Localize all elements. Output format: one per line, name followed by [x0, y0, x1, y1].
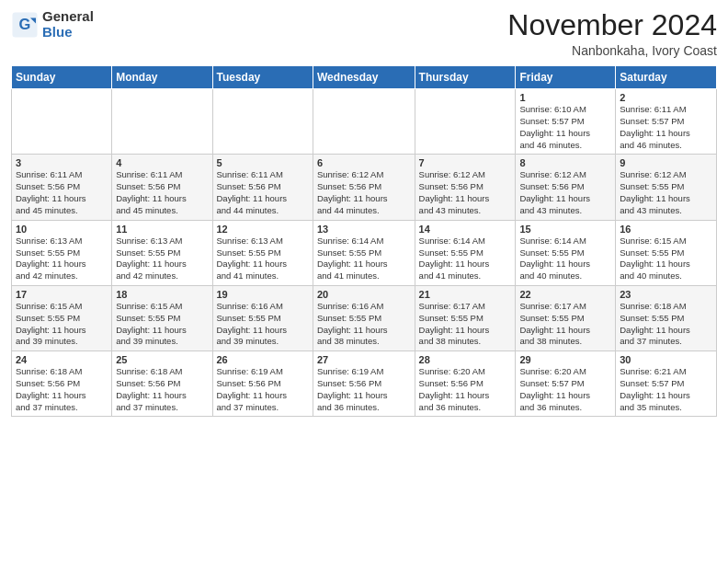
page-header: G General Blue November 2024 Nanbonkaha,…: [11, 9, 717, 58]
day-info: Sunrise: 6:18 AM Sunset: 5:56 PM Dayligh…: [16, 366, 108, 413]
day-number: 28: [419, 354, 512, 365]
svg-text:G: G: [19, 15, 31, 31]
day-info: Sunrise: 6:17 AM Sunset: 5:55 PM Dayligh…: [419, 301, 512, 348]
day-info: Sunrise: 6:12 AM Sunset: 5:55 PM Dayligh…: [620, 169, 712, 216]
day-info: Sunrise: 6:18 AM Sunset: 5:56 PM Dayligh…: [116, 366, 208, 413]
logo-text: General Blue: [42, 9, 94, 40]
calendar-cell: 7Sunrise: 6:12 AM Sunset: 5:56 PM Daylig…: [415, 155, 516, 220]
col-wednesday: Wednesday: [313, 66, 415, 89]
day-info: Sunrise: 6:20 AM Sunset: 5:56 PM Dayligh…: [419, 366, 512, 413]
day-info: Sunrise: 6:17 AM Sunset: 5:55 PM Dayligh…: [519, 301, 611, 348]
day-info: Sunrise: 6:10 AM Sunset: 5:57 PM Dayligh…: [519, 104, 611, 151]
calendar-cell: [415, 89, 516, 155]
calendar-cell: 30Sunrise: 6:21 AM Sunset: 5:57 PM Dayli…: [616, 351, 717, 417]
day-number: 19: [217, 289, 309, 300]
day-info: Sunrise: 6:12 AM Sunset: 5:56 PM Dayligh…: [519, 169, 611, 216]
day-number: 26: [217, 354, 309, 365]
calendar-cell: 27Sunrise: 6:19 AM Sunset: 5:56 PM Dayli…: [313, 351, 415, 417]
day-number: 14: [419, 224, 512, 235]
calendar-cell: 24Sunrise: 6:18 AM Sunset: 5:56 PM Dayli…: [12, 351, 112, 417]
day-number: 20: [317, 289, 411, 300]
day-number: 6: [317, 157, 411, 168]
day-number: 13: [317, 224, 411, 235]
calendar-cell: 15Sunrise: 6:14 AM Sunset: 5:55 PM Dayli…: [516, 220, 616, 285]
day-number: 15: [519, 224, 611, 235]
col-friday: Friday: [516, 66, 616, 89]
week-row-1: 1Sunrise: 6:10 AM Sunset: 5:57 PM Daylig…: [12, 89, 717, 155]
calendar-cell: 22Sunrise: 6:17 AM Sunset: 5:55 PM Dayli…: [516, 285, 616, 350]
col-tuesday: Tuesday: [212, 66, 313, 89]
day-info: Sunrise: 6:14 AM Sunset: 5:55 PM Dayligh…: [317, 236, 411, 282]
logo-icon: G: [11, 11, 39, 39]
week-row-5: 24Sunrise: 6:18 AM Sunset: 5:56 PM Dayli…: [12, 351, 717, 417]
day-info: Sunrise: 6:11 AM Sunset: 5:56 PM Dayligh…: [16, 169, 108, 216]
logo-general: General: [42, 9, 94, 25]
calendar-cell: [12, 89, 112, 155]
calendar-cell: 21Sunrise: 6:17 AM Sunset: 5:55 PM Dayli…: [415, 285, 516, 350]
calendar-cell: 19Sunrise: 6:16 AM Sunset: 5:55 PM Dayli…: [212, 285, 313, 350]
logo: G General Blue: [11, 9, 94, 40]
calendar-cell: 25Sunrise: 6:18 AM Sunset: 5:56 PM Dayli…: [112, 351, 212, 417]
calendar-cell: 18Sunrise: 6:15 AM Sunset: 5:55 PM Dayli…: [112, 285, 212, 350]
location: Nanbonkaha, Ivory Coast: [507, 43, 717, 58]
day-number: 21: [419, 289, 512, 300]
calendar-cell: 20Sunrise: 6:16 AM Sunset: 5:55 PM Dayli…: [313, 285, 415, 350]
calendar-cell: 5Sunrise: 6:11 AM Sunset: 5:56 PM Daylig…: [212, 155, 313, 220]
day-info: Sunrise: 6:14 AM Sunset: 5:55 PM Dayligh…: [519, 236, 611, 282]
day-info: Sunrise: 6:20 AM Sunset: 5:57 PM Dayligh…: [519, 366, 611, 413]
month-year: November 2024: [507, 9, 717, 41]
calendar-cell: 16Sunrise: 6:15 AM Sunset: 5:55 PM Dayli…: [616, 220, 717, 285]
week-row-2: 3Sunrise: 6:11 AM Sunset: 5:56 PM Daylig…: [12, 155, 717, 220]
day-number: 4: [116, 157, 208, 168]
day-info: Sunrise: 6:16 AM Sunset: 5:55 PM Dayligh…: [217, 301, 309, 348]
col-saturday: Saturday: [616, 66, 717, 89]
day-number: 18: [116, 289, 208, 300]
weekday-row: Sunday Monday Tuesday Wednesday Thursday…: [12, 66, 717, 89]
day-number: 9: [620, 157, 712, 168]
day-info: Sunrise: 6:12 AM Sunset: 5:56 PM Dayligh…: [317, 169, 411, 216]
day-number: 30: [620, 354, 712, 365]
day-number: 29: [519, 354, 611, 365]
day-number: 12: [217, 224, 309, 235]
calendar-cell: [212, 89, 313, 155]
calendar-cell: 29Sunrise: 6:20 AM Sunset: 5:57 PM Dayli…: [516, 351, 616, 417]
day-info: Sunrise: 6:13 AM Sunset: 5:55 PM Dayligh…: [116, 236, 208, 282]
calendar-cell: 6Sunrise: 6:12 AM Sunset: 5:56 PM Daylig…: [313, 155, 415, 220]
day-info: Sunrise: 6:21 AM Sunset: 5:57 PM Dayligh…: [620, 366, 712, 413]
day-info: Sunrise: 6:14 AM Sunset: 5:55 PM Dayligh…: [419, 236, 512, 282]
day-number: 3: [16, 157, 108, 168]
day-number: 5: [217, 157, 309, 168]
day-number: 1: [519, 92, 611, 103]
day-number: 10: [16, 224, 108, 235]
calendar-cell: 23Sunrise: 6:18 AM Sunset: 5:55 PM Dayli…: [616, 285, 717, 350]
day-info: Sunrise: 6:11 AM Sunset: 5:56 PM Dayligh…: [217, 169, 309, 216]
day-info: Sunrise: 6:19 AM Sunset: 5:56 PM Dayligh…: [217, 366, 309, 413]
day-info: Sunrise: 6:13 AM Sunset: 5:55 PM Dayligh…: [16, 236, 108, 282]
day-info: Sunrise: 6:15 AM Sunset: 5:55 PM Dayligh…: [16, 301, 108, 348]
day-info: Sunrise: 6:11 AM Sunset: 5:56 PM Dayligh…: [116, 169, 208, 216]
day-number: 2: [620, 92, 712, 103]
day-number: 7: [419, 157, 512, 168]
day-info: Sunrise: 6:13 AM Sunset: 5:55 PM Dayligh…: [217, 236, 309, 282]
calendar-cell: 4Sunrise: 6:11 AM Sunset: 5:56 PM Daylig…: [112, 155, 212, 220]
col-sunday: Sunday: [12, 66, 112, 89]
day-number: 11: [116, 224, 208, 235]
calendar-cell: 1Sunrise: 6:10 AM Sunset: 5:57 PM Daylig…: [516, 89, 616, 155]
day-number: 24: [16, 354, 108, 365]
calendar-cell: 28Sunrise: 6:20 AM Sunset: 5:56 PM Dayli…: [415, 351, 516, 417]
day-number: 27: [317, 354, 411, 365]
day-info: Sunrise: 6:18 AM Sunset: 5:55 PM Dayligh…: [620, 301, 712, 348]
calendar-cell: 9Sunrise: 6:12 AM Sunset: 5:55 PM Daylig…: [616, 155, 717, 220]
day-number: 16: [620, 224, 712, 235]
calendar-cell: 11Sunrise: 6:13 AM Sunset: 5:55 PM Dayli…: [112, 220, 212, 285]
day-number: 17: [16, 289, 108, 300]
day-info: Sunrise: 6:12 AM Sunset: 5:56 PM Dayligh…: [419, 169, 512, 216]
calendar-cell: 13Sunrise: 6:14 AM Sunset: 5:55 PM Dayli…: [313, 220, 415, 285]
calendar-cell: [313, 89, 415, 155]
calendar-cell: 14Sunrise: 6:14 AM Sunset: 5:55 PM Dayli…: [415, 220, 516, 285]
calendar-header: Sunday Monday Tuesday Wednesday Thursday…: [12, 66, 717, 89]
day-info: Sunrise: 6:11 AM Sunset: 5:57 PM Dayligh…: [620, 104, 712, 151]
day-info: Sunrise: 6:15 AM Sunset: 5:55 PM Dayligh…: [116, 301, 208, 348]
week-row-4: 17Sunrise: 6:15 AM Sunset: 5:55 PM Dayli…: [12, 285, 717, 350]
calendar-cell: 10Sunrise: 6:13 AM Sunset: 5:55 PM Dayli…: [12, 220, 112, 285]
